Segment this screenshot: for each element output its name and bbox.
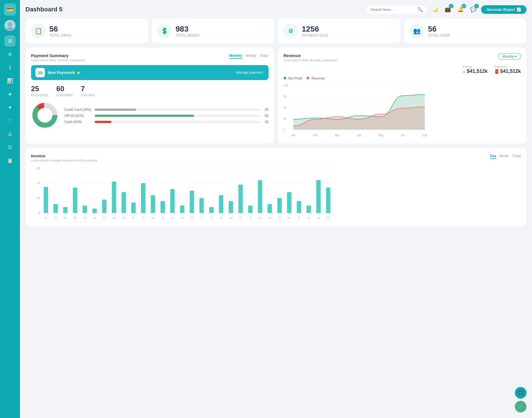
cc-val: 25 <box>263 108 268 112</box>
upi-val: 60 <box>263 114 268 118</box>
invoice-tabs: Day Month Today <box>490 153 521 159</box>
sidebar-item-star[interactable]: ★ <box>4 89 16 100</box>
new-payments-left: 25 New Payments <box>35 68 80 77</box>
sidebar-item-chart[interactable]: 📊 <box>4 75 16 86</box>
money-count: 983 <box>176 25 201 34</box>
payment-lower: Credit Card (24%) 25 UPI ID (41%) 60 <box>31 101 268 130</box>
stats-row: 25 On process 60 Completed 7 Canceled <box>31 84 268 97</box>
upi-bar <box>95 115 194 117</box>
payment-subtitle: Lorem ipsum dolor sit amet, consectetur <box>31 58 85 62</box>
revenue-tab-dropdown[interactable]: Monthly ▾ <box>498 53 521 60</box>
progress-row-cash: Cash (41%) 10 <box>64 120 268 124</box>
progress-section: Credit Card (24%) 25 UPI ID (41%) 60 <box>64 108 268 126</box>
sidebar-item-dashboard[interactable]: ⊞ <box>4 35 16 47</box>
income-up-icon: ▲ <box>462 70 466 73</box>
revenue-chart <box>283 83 428 138</box>
main-content: Dashboard 5 🔍 🌙 💼 2 🔔 12 💬 5 Generate Re… <box>20 0 532 418</box>
search-icon: 🔍 <box>417 7 423 12</box>
stat-money-info: 983 TOTAL MONEY <box>176 25 201 37</box>
sidebar-item-settings[interactable]: ⚙ <box>4 49 16 60</box>
chat-button[interactable]: 💬 5 <box>468 4 478 14</box>
sidebar: 💳 ⊞ ⚙ ℹ 📊 ★ ♥ ♡ 🖨 ☰ 📋 <box>0 0 20 418</box>
header-actions: 🌙 💼 2 🔔 12 💬 5 Generate Report 📈 <box>430 4 526 14</box>
expense-label: Expense <box>494 65 521 68</box>
stat-cards: 📋 56 TOTAL EMAIL 💲 983 TOTAL MONEY 🖥 125… <box>25 19 526 43</box>
revenue-legend: Net Profit Revenue <box>283 76 521 80</box>
legend-revenue: Revenue <box>306 76 324 80</box>
tab-today-inv[interactable]: Today <box>512 153 521 159</box>
sidebar-item-list[interactable]: ☰ <box>4 142 16 153</box>
sidebar-item-print[interactable]: 🖨 <box>4 129 16 140</box>
completed-label: Completed <box>56 93 72 97</box>
new-payments-bar: 25 New Payments Manage payment › <box>31 65 268 80</box>
page-title: Dashboard 5 <box>25 6 367 13</box>
payment-title: Payment Summary <box>31 53 85 58</box>
tab-today[interactable]: Today <box>260 53 268 59</box>
headset-button[interactable]: 🎧 <box>515 387 526 399</box>
revenue-title: Revenue <box>283 53 338 58</box>
canceled-stat: 7 Canceled <box>81 84 95 97</box>
on-process-label: On process <box>31 93 48 97</box>
tab-day[interactable]: Day <box>490 153 496 159</box>
invoice-card: Invoice Lorem ipsum is simply dummy text… <box>25 148 526 226</box>
chat-badge: 5 <box>474 4 479 8</box>
svg-point-1 <box>8 22 12 27</box>
svg-point-6 <box>38 109 52 122</box>
stat-payment-info: 1256 PAYMENT SALE <box>302 25 328 37</box>
expense-icon: 🧧 <box>494 69 499 74</box>
sidebar-item-doc[interactable]: 📋 <box>4 155 16 166</box>
donut-chart <box>31 101 59 130</box>
generate-report-button[interactable]: Generate Report 📈 <box>481 5 526 14</box>
revenue-amounts: Income ▲ $41,512k Expense 🧧 $41,512k <box>283 65 521 74</box>
expense-value: $41,512k <box>500 68 521 74</box>
cc-bar-wrap <box>95 109 260 111</box>
tab-month[interactable]: Month <box>500 153 509 159</box>
search-box[interactable]: 🔍 <box>367 5 427 14</box>
tab-monthly[interactable]: Monthly <box>229 53 242 59</box>
invoice-title: Invoice <box>31 153 97 158</box>
manage-payment-link[interactable]: Manage payment › <box>236 71 264 75</box>
bar-chart-icon: 📈 <box>516 7 521 12</box>
cart-button[interactable]: 🛒 <box>515 401 526 412</box>
np-dot <box>77 72 80 74</box>
money-label: TOTAL MONEY <box>176 34 201 37</box>
email-label: TOTAL EMAIL <box>49 34 72 37</box>
completed-stat: 60 Completed <box>56 84 72 97</box>
revenue-dot <box>306 77 309 80</box>
upi-label: UPI ID (41%) <box>64 114 92 118</box>
payment-header: Payment Summary Lorem ipsum dolor sit am… <box>31 53 268 62</box>
revenue-header: Revenue Lorem ipsum dolor sit amet, cons… <box>283 53 521 62</box>
bell-button[interactable]: 🔔 12 <box>456 4 466 14</box>
sidebar-item-heart2[interactable]: ♡ <box>4 115 16 126</box>
avatar[interactable] <box>4 20 16 31</box>
expense-block: Expense 🧧 $41,512k <box>494 65 521 74</box>
cash-label: Cash (41%) <box>64 120 92 124</box>
wallet-badge: 2 <box>449 4 453 8</box>
wallet-button[interactable]: 💼 2 <box>443 4 453 14</box>
search-input[interactable] <box>371 7 415 12</box>
cash-val: 10 <box>263 120 268 124</box>
np-count: 25 <box>35 68 45 77</box>
on-process-stat: 25 On process <box>31 84 48 97</box>
net-profit-dot <box>283 77 286 80</box>
cc-bar <box>95 109 136 111</box>
sidebar-logo[interactable]: 💳 <box>4 3 16 16</box>
payment-tabs: Monthly Weekly Today <box>229 53 268 59</box>
invoice-subtitle: Lorem ipsum is simply dummy text of the … <box>31 159 97 162</box>
user-count: 56 <box>428 25 450 34</box>
canceled-label: Canceled <box>81 93 95 97</box>
bell-badge: 12 <box>462 4 466 8</box>
np-label: New Payments <box>48 70 80 75</box>
dark-mode-button[interactable]: 🌙 <box>430 4 440 14</box>
revenue-subtitle: Lorem ipsum dolor sit amet, consectetur <box>283 58 338 62</box>
sidebar-item-heart1[interactable]: ♥ <box>4 102 16 113</box>
chevron-down-icon: ▾ <box>515 55 517 58</box>
stat-card-email: 📋 56 TOTAL EMAIL <box>25 19 148 43</box>
stat-card-money: 💲 983 TOTAL MONEY <box>152 19 274 43</box>
progress-row-cc: Credit Card (24%) 25 <box>64 108 268 112</box>
generate-report-label: Generate Report <box>487 7 515 12</box>
sidebar-item-info[interactable]: ℹ <box>4 62 16 73</box>
user-label: TOTAL USER <box>428 34 450 37</box>
stat-card-user: 👥 56 TOTAL USER <box>404 19 527 43</box>
tab-weekly[interactable]: Weekly <box>245 53 256 59</box>
